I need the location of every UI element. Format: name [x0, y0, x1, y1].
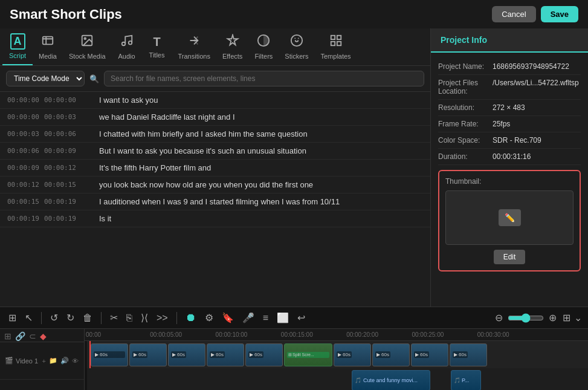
toolbar-item-transitions[interactable]: Transitions: [172, 29, 216, 65]
info-row: Project Name: 1686956937948954722: [438, 59, 581, 75]
timeline-delete-btn[interactable]: 🗑: [80, 311, 95, 325]
media-icon: [41, 34, 54, 50]
filters-icon: [257, 34, 270, 50]
zoom-slider[interactable]: [508, 313, 544, 323]
svg-rect-0: [43, 37, 53, 45]
script-row[interactable]: 00:00:09 00:00:12 It's the fifth Harry P…: [0, 160, 430, 177]
search-input[interactable]: [104, 71, 424, 86]
transitions-icon: [187, 34, 201, 50]
script-row[interactable]: 00:00:06 00:00:09 But I want to ask you …: [0, 143, 430, 160]
toolbar-item-templates[interactable]: Templates: [314, 29, 357, 65]
ruler-mark-6: 00:00:30:00: [477, 331, 509, 338]
script-row[interactable]: 00:00:00 00:00:03 we had Daniel Radcliff…: [0, 109, 430, 126]
video-clip[interactable]: ▶60s: [129, 343, 167, 366]
info-row: Project Files Location: /Users/ws/Li...5…: [438, 75, 581, 100]
video-clip[interactable]: ▶60s: [207, 343, 244, 366]
video-clip[interactable]: ▶60s: [334, 343, 371, 366]
toolbar-item-effects[interactable]: Effects: [216, 29, 248, 65]
toolbar-item-filters[interactable]: Filters: [248, 29, 279, 65]
video-track: ▶60s ▶60s ▶60s: [87, 341, 588, 368]
info-fields: Project Name: 1686956937948954722 Projec…: [438, 59, 581, 165]
timeline-mic-btn[interactable]: 🎤: [240, 311, 257, 325]
svg-rect-8: [331, 42, 334, 45]
project-info-tab[interactable]: Project Info: [431, 28, 588, 53]
timeline-track-btn[interactable]: ≡: [260, 311, 271, 325]
toolbar-item-audio[interactable]: Audio: [112, 29, 142, 65]
list-view-btn[interactable]: ⌄: [574, 312, 582, 323]
timeline-split-btn[interactable]: ⊞: [6, 311, 19, 325]
script-row[interactable]: 00:00:19 00:00:19 Is it: [0, 210, 430, 227]
time-code: 00:00:00 00:00:00: [7, 96, 92, 104]
script-row[interactable]: 00:00:00 00:00:00 I want to ask you: [0, 92, 430, 109]
timeline-copy-btn[interactable]: ⎘: [124, 311, 135, 325]
svg-point-3: [121, 42, 125, 46]
zoom-out-btn[interactable]: ⊖: [493, 311, 505, 325]
info-row: Duration: 00:00:31:16: [438, 149, 581, 165]
audio-clip-2[interactable]: 🎵 P...: [451, 370, 481, 390]
video-track-name: Video 1: [16, 357, 38, 365]
timeline-play-btn[interactable]: ⏺: [183, 310, 199, 325]
timeline-more-btn[interactable]: >>: [154, 311, 170, 325]
script-row[interactable]: 00:00:03 00:00:06 I chatted with him bri…: [0, 126, 430, 143]
track-split-btn[interactable]: ⊂: [28, 331, 37, 342]
info-label: Color Space:: [438, 136, 493, 145]
video-clip[interactable]: ▶60s: [372, 343, 410, 366]
toolbar-item-script[interactable]: A Script: [2, 28, 33, 65]
audio-clip-1[interactable]: 🎵 Cute and funny movi...: [352, 370, 430, 390]
track-link-btn[interactable]: 🔗: [15, 331, 26, 342]
zoom-in-btn[interactable]: ⊕: [546, 311, 559, 325]
video-track-add-btn[interactable]: +: [42, 356, 47, 365]
ruler-mark-5: 00:00:25:00: [412, 331, 444, 338]
video-clip[interactable]: ▶60s: [450, 343, 487, 366]
toolbar-label-templates: Templates: [320, 53, 351, 60]
script-row[interactable]: 00:00:15 00:00:19 I auditioned when I wa…: [0, 193, 430, 210]
add-track-btn[interactable]: ⊞: [4, 331, 12, 342]
edit-button[interactable]: Edit: [494, 250, 526, 264]
timeline-captions-btn[interactable]: ⬜: [274, 311, 291, 325]
ruler-mark-2: 00:00:10:00: [216, 331, 248, 338]
search-bar: Time Code Mode 🔍: [0, 66, 430, 92]
timeline-cut-btn[interactable]: ✂: [108, 311, 120, 325]
timeline-split2-btn[interactable]: ⟩⟨: [138, 311, 150, 325]
info-label: Project Files Location:: [438, 79, 493, 96]
toolbar-label-audio: Audio: [118, 53, 135, 60]
timeline-settings-btn[interactable]: ⚙: [202, 311, 216, 325]
search-icon: 🔍: [89, 74, 99, 83]
video-track-eye-btn[interactable]: 👁: [71, 356, 79, 365]
video-track-folder-btn[interactable]: 📁: [48, 356, 58, 365]
grid-view-btn[interactable]: ⊞: [563, 312, 570, 323]
track-color-btn[interactable]: ◆: [39, 331, 47, 342]
toolbar-item-stock-media[interactable]: Stock Media: [63, 29, 112, 65]
toolbar-item-titles[interactable]: T Titles: [142, 30, 172, 63]
video-clip[interactable]: ▶60s: [91, 343, 128, 366]
mode-select[interactable]: Time Code Mode: [6, 71, 85, 86]
header-buttons: Cancel Save: [492, 6, 578, 22]
time-code: 00:00:03 00:00:06: [7, 130, 92, 138]
script-icon: A: [10, 33, 25, 50]
toolbar-item-media[interactable]: Media: [33, 29, 63, 65]
video-track-audio-btn[interactable]: 🔊: [60, 356, 69, 365]
timeline-select-btn[interactable]: ↖: [22, 311, 35, 325]
video-clip[interactable]: ▶60s: [245, 343, 283, 366]
svg-rect-6: [331, 36, 334, 39]
thumbnail-section: Thumbnail: ✏️ Edit: [438, 170, 581, 271]
timeline-undo-btn[interactable]: ↺: [48, 311, 60, 325]
thumbnail-edit-icon-button[interactable]: ✏️: [499, 209, 521, 226]
toolbar-item-stickers[interactable]: Stickers: [279, 29, 314, 65]
script-row[interactable]: 00:00:12 00:00:15 you look back now how …: [0, 177, 430, 193]
toolbar-label-transitions: Transitions: [178, 53, 210, 60]
timeline-redo-btn[interactable]: ↻: [64, 311, 77, 325]
time-code: 00:00:15 00:00:19: [7, 198, 92, 206]
video-clip[interactable]: ▶60s: [168, 343, 205, 366]
cancel-button[interactable]: Cancel: [492, 6, 535, 22]
save-button[interactable]: Save: [541, 6, 578, 22]
audio-track-label: 🎵 Audio 1 + 📁 🔊: [0, 380, 84, 390]
svg-point-4: [128, 41, 132, 45]
timeline-push-btn[interactable]: ↩: [295, 311, 308, 325]
left-panel: A Script Media Stock Media Audio: [0, 28, 431, 307]
video-clip[interactable]: ▶60s: [411, 343, 448, 366]
timeline-marker-btn[interactable]: 🔖: [219, 311, 236, 325]
stock-media-icon: [80, 34, 94, 50]
split-screen-clip[interactable]: ⊞Split Scre...: [284, 343, 332, 366]
toolbar-label-stickers: Stickers: [285, 53, 308, 60]
